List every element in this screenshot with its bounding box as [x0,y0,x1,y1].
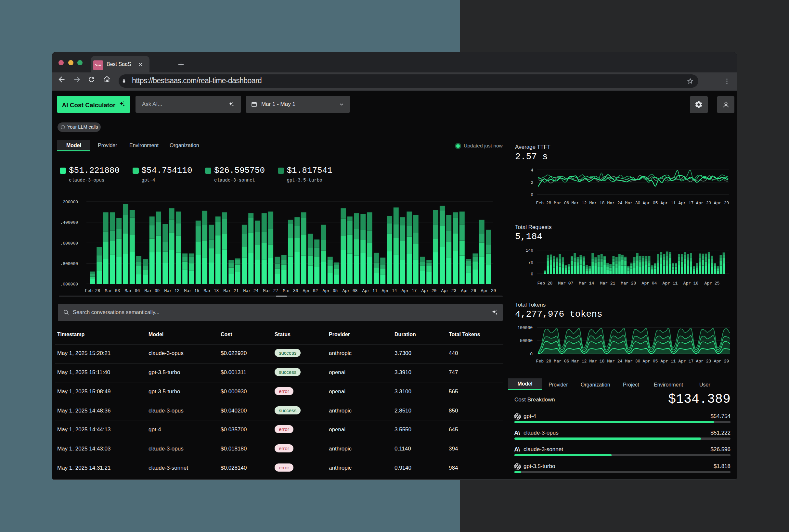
svg-text:Apr 26: Apr 26 [461,288,476,293]
svg-text:Mar 18: Mar 18 [589,201,605,206]
svg-text:Mar 12: Mar 12 [164,288,180,293]
svg-text:140: 140 [526,248,533,253]
svg-text:Apr 08: Apr 08 [343,288,358,293]
svg-text:Mar 06: Mar 06 [125,288,140,293]
svg-text:2: 2 [531,180,533,185]
svg-text:Mar 06: Mar 06 [554,359,569,364]
svg-text:Apr 11: Apr 11 [362,288,378,293]
svg-text:0: 0 [530,352,533,357]
svg-text:Apr 05: Apr 05 [643,201,658,206]
svg-text:Mar 30: Mar 30 [283,288,298,293]
svg-text:Apr 29: Apr 29 [714,359,729,364]
svg-text:.200000: .200000 [60,200,78,205]
svg-text:50000: 50000 [520,338,533,343]
svg-text:Apr 05: Apr 05 [643,359,658,364]
svg-text:.800000: .800000 [60,262,78,266]
svg-text:.600000: .600000 [60,241,78,246]
svg-text:Mar 14: Mar 14 [579,281,594,286]
svg-text:Mar 24: Mar 24 [607,359,623,364]
svg-text:Mar 30: Mar 30 [625,359,641,364]
svg-text:Apr 23: Apr 23 [696,201,711,206]
svg-text:Apr 11: Apr 11 [661,201,676,206]
svg-text:.400000: .400000 [60,220,78,225]
svg-text:Feb 28: Feb 28 [536,359,551,364]
svg-text:Apr 04: Apr 04 [642,281,657,286]
svg-text:Apr 23: Apr 23 [696,359,711,364]
svg-text:4: 4 [531,168,533,173]
svg-text:Feb 28: Feb 28 [85,288,100,293]
svg-text:Mar 21: Mar 21 [224,288,239,293]
svg-text:Apr 18: Apr 18 [683,281,699,286]
svg-text:Apr 14: Apr 14 [382,288,397,293]
svg-text:Mar 30: Mar 30 [625,201,641,206]
svg-text:Mar 15: Mar 15 [184,288,200,293]
svg-text:Mar 07: Mar 07 [558,281,573,286]
svg-text:Apr 02: Apr 02 [303,288,318,293]
svg-text:Mar 12: Mar 12 [572,201,587,206]
svg-text:Apr 17: Apr 17 [402,288,417,293]
svg-text:Mar 09: Mar 09 [145,288,160,293]
svg-text:Apr 29: Apr 29 [481,288,496,293]
svg-text:Mar 24: Mar 24 [243,288,259,293]
svg-text:Mar 06: Mar 06 [554,201,569,206]
svg-text:Apr 11: Apr 11 [661,359,676,364]
svg-text:Apr 23: Apr 23 [441,288,457,293]
svg-text:Apr 29: Apr 29 [714,201,729,206]
svg-text:Mar 27: Mar 27 [263,288,278,293]
svg-text:Mar 21: Mar 21 [600,281,616,286]
svg-text:Apr 17: Apr 17 [679,359,694,364]
svg-text:Mar 28: Mar 28 [621,281,636,286]
svg-text:0: 0 [531,272,533,277]
svg-text:100000: 100000 [517,325,533,330]
svg-text:Apr 17: Apr 17 [679,201,694,206]
svg-text:Apr 05: Apr 05 [323,288,338,293]
svg-text:Mar 18: Mar 18 [589,359,605,364]
svg-text:.000000: .000000 [60,282,78,287]
svg-text:Mar 24: Mar 24 [607,201,623,206]
svg-text:Apr 25: Apr 25 [704,281,720,286]
svg-text:Feb 28: Feb 28 [537,281,553,286]
svg-text:Feb 28: Feb 28 [536,201,551,206]
svg-text:Apr 20: Apr 20 [421,288,437,293]
svg-text:70: 70 [528,260,533,265]
svg-text:Apr 11: Apr 11 [663,281,678,286]
svg-text:Mar 12: Mar 12 [572,359,587,364]
svg-text:0: 0 [531,193,533,197]
svg-text:Mar 03: Mar 03 [105,288,120,293]
svg-text:Mar 18: Mar 18 [204,288,219,293]
